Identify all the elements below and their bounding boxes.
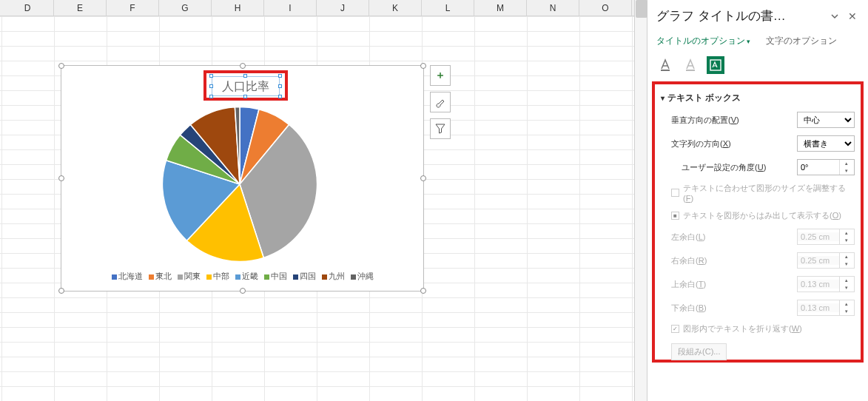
- collapse-button[interactable]: [828, 10, 841, 23]
- column-header[interactable]: K: [369, 0, 422, 16]
- chart-elements-button[interactable]: ＋: [430, 65, 451, 86]
- legend-item[interactable]: 九州: [322, 272, 345, 280]
- overflow-text-label: テキストを図形からはみ出して表示する(O): [683, 210, 855, 221]
- custom-angle-input[interactable]: ▴▾: [797, 159, 855, 175]
- chevron-down-icon: ▾: [747, 38, 750, 45]
- resize-handle[interactable]: [420, 175, 426, 181]
- text-direction-select[interactable]: 横書き: [797, 135, 855, 152]
- margin-left-input: ▴▾: [797, 229, 855, 245]
- chart-styles-button[interactable]: [430, 92, 451, 112]
- text-box-section-header[interactable]: ▾テキスト ボックス: [661, 92, 855, 104]
- text-direction-label: 文字列の方向(X): [671, 138, 797, 149]
- legend-swatch: [149, 274, 154, 280]
- resize-handle[interactable]: [420, 288, 426, 294]
- effects-tab[interactable]: [682, 56, 699, 74]
- chevron-down-icon: ▾: [661, 94, 665, 102]
- custom-angle-label: ユーザー設定の角度(U): [682, 162, 797, 173]
- column-header[interactable]: D: [1, 0, 54, 16]
- scroll-thumb[interactable]: [636, 0, 647, 18]
- margin-right-input: ▴▾: [797, 252, 855, 269]
- column-header[interactable]: M: [474, 0, 527, 16]
- legend-swatch: [112, 274, 117, 280]
- column-headers: DEFGHIJKLMNO: [0, 0, 634, 16]
- chart-filters-button[interactable]: [430, 118, 451, 139]
- legend-item[interactable]: 北海道: [112, 272, 143, 280]
- filter-icon: [435, 124, 445, 134]
- chart-object[interactable]: 人口比率 北海道東北関東中部近畿中国四国九州沖縄: [61, 65, 424, 292]
- close-icon: ✕: [848, 10, 857, 22]
- resize-handle[interactable]: [58, 175, 64, 181]
- chart-title[interactable]: 人口比率: [212, 76, 280, 96]
- column-header[interactable]: O: [579, 0, 632, 16]
- column-header[interactable]: G: [159, 0, 212, 16]
- tab-title-options[interactable]: タイトルのオプション▾: [656, 36, 750, 46]
- checkbox: ✓: [671, 325, 679, 333]
- spreadsheet-grid[interactable]: DEFGHIJKLMNO 人口比率 北海道東北関東中部近畿中国四国九州沖縄 ＋: [0, 0, 634, 401]
- legend-swatch: [264, 274, 269, 280]
- resize-shape-to-text-label: テキストに合わせて図形のサイズを調整する(F): [683, 183, 855, 203]
- text-fill-icon: [658, 58, 673, 73]
- chart-element-buttons: ＋: [430, 65, 451, 145]
- resize-handle[interactable]: [58, 63, 64, 69]
- legend-swatch: [322, 274, 327, 280]
- svg-rect-1: [686, 70, 695, 71]
- plus-icon: ＋: [435, 69, 445, 82]
- margin-right-label: 右余白(R): [671, 255, 797, 266]
- resize-handle[interactable]: [240, 288, 246, 294]
- margin-left-label: 左余白(L): [671, 232, 797, 243]
- checkbox: ■: [671, 212, 679, 220]
- vertical-alignment-select[interactable]: 中心: [797, 112, 855, 128]
- resize-handle[interactable]: [240, 63, 246, 69]
- spin-up-icon[interactable]: ▴: [840, 160, 852, 167]
- legend-swatch: [178, 274, 183, 280]
- column-header[interactable]: J: [317, 0, 369, 16]
- fill-outline-tab[interactable]: [656, 56, 674, 74]
- size-properties-tab[interactable]: [707, 56, 724, 74]
- column-header[interactable]: F: [107, 0, 159, 16]
- columns-button: 段組み(C)...: [671, 343, 727, 360]
- legend-item[interactable]: 東北: [149, 272, 172, 280]
- resize-handle[interactable]: [58, 288, 64, 294]
- svg-rect-2: [710, 60, 721, 70]
- column-header[interactable]: N: [527, 0, 579, 16]
- svg-rect-0: [661, 70, 670, 71]
- column-header[interactable]: E: [54, 0, 107, 16]
- text-box-section-highlight: ▾テキスト ボックス 垂直方向の配置(V) 中心 文字列の方向(X) 横書き ユ…: [652, 81, 864, 363]
- chevron-down-icon: [830, 12, 839, 21]
- legend-swatch: [235, 274, 240, 280]
- vertical-alignment-label: 垂直方向の配置(V): [671, 115, 797, 126]
- legend-item[interactable]: 四国: [293, 272, 316, 280]
- close-button[interactable]: ✕: [846, 10, 859, 23]
- checkbox: [671, 189, 679, 197]
- legend-swatch: [206, 274, 212, 280]
- margin-top-label: 上余白(T): [671, 279, 797, 290]
- spin-down-icon[interactable]: ▾: [840, 167, 852, 175]
- vertical-scrollbar[interactable]: [634, 0, 647, 401]
- tab-text-options[interactable]: 文字のオプション: [766, 36, 837, 46]
- column-header[interactable]: H: [212, 0, 264, 16]
- text-effects-icon: [683, 58, 698, 73]
- margin-bottom-input: ▴▾: [797, 300, 855, 316]
- legend-item[interactable]: 関東: [178, 272, 201, 280]
- legend-item[interactable]: 近畿: [235, 272, 258, 280]
- wrap-text-label: 図形内でテキストを折り返す(W): [683, 323, 855, 334]
- brush-icon: [434, 96, 446, 108]
- resize-handle[interactable]: [420, 63, 426, 69]
- format-pane: グラフ タイトルの書… ✕ タイトルのオプション▾ 文字のオプション ▾テキスト…: [647, 0, 868, 401]
- textbox-icon: [709, 58, 722, 72]
- legend-item[interactable]: 沖縄: [351, 272, 374, 280]
- column-header[interactable]: I: [264, 0, 317, 16]
- pane-title: グラフ タイトルの書…: [656, 7, 824, 24]
- margin-top-input: ▴▾: [797, 276, 855, 292]
- legend-swatch: [293, 274, 298, 280]
- legend-item[interactable]: 中国: [264, 272, 287, 280]
- chart-legend[interactable]: 北海道東北関東中部近畿中国四国九州沖縄: [61, 271, 423, 282]
- margin-bottom-label: 下余白(B): [671, 303, 797, 314]
- legend-swatch: [351, 274, 356, 280]
- pie-chart[interactable]: [155, 99, 325, 269]
- column-header[interactable]: L: [422, 0, 474, 16]
- legend-item[interactable]: 中部: [206, 272, 229, 280]
